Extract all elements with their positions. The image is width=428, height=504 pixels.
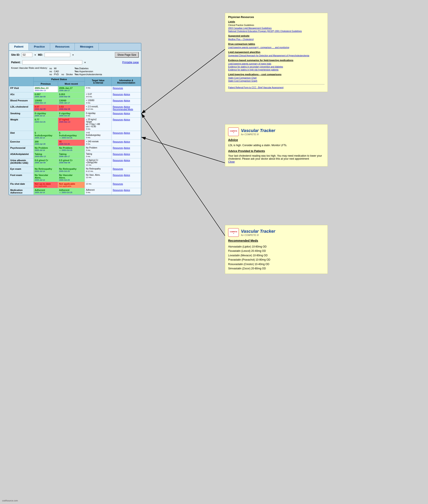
cell-medication-prev: Adherent 2005-Jul-14 bbox=[33, 188, 58, 195]
close-link[interactable]: Close bbox=[228, 160, 235, 163]
ldl-advice-link[interactable]: Advice bbox=[123, 106, 130, 108]
tab-practice[interactable]: Practice bbox=[29, 43, 50, 50]
tab-messages[interactable]: Messages bbox=[75, 43, 99, 50]
printable-page-link[interactable]: Printable page bbox=[122, 61, 139, 64]
site-id-input[interactable] bbox=[22, 53, 32, 57]
psychosocial-advice-link[interactable]: Advice bbox=[123, 147, 130, 149]
patient-input[interactable] bbox=[22, 60, 82, 65]
cell-psychosocial-target: No Problem3 mo. bbox=[85, 146, 112, 152]
medication-advice-link[interactable]: Advice bbox=[123, 189, 130, 191]
ldl-rec-meds-link[interactable]: Recommended Meds bbox=[113, 108, 133, 111]
site-id-row: Site ID: ▼ MD: ▼ Show Page Size bbox=[9, 51, 141, 59]
footer: cod4source.com bbox=[2, 499, 18, 502]
physician-referral-link[interactable]: Patient Referral Form to CCC - Brief Vas… bbox=[228, 86, 325, 89]
physician-lipids-title: Lipids bbox=[228, 20, 325, 23]
fp-resources-link[interactable]: Resources bbox=[113, 87, 123, 89]
cell-fp-prev: 2005-Dec-13 2005-Dec-13 bbox=[33, 86, 58, 92]
a1c-resources-link[interactable]: Resources bbox=[113, 93, 123, 96]
physician-hypertensive-link[interactable]: Evidence for statins in high risk hypert… bbox=[228, 68, 325, 71]
bp-advice-link[interactable]: Advice bbox=[123, 99, 130, 102]
physician-canadian-lipid-link[interactable]: 2003 Canadian Lipid Management Guideline… bbox=[228, 27, 325, 30]
cell-fp-recent: 2006-Jan-17 2006-Jan-17 bbox=[58, 86, 85, 92]
cell-a1c-prev: 0.057 2006-Jan-09 bbox=[33, 92, 58, 99]
cell-exercise-info: Resources Advice bbox=[112, 140, 141, 146]
cell-bp-target: < 130/803 mo. bbox=[85, 99, 112, 105]
row-label-exercise: Exercise bbox=[9, 140, 34, 146]
asa-resources-link[interactable]: Resources bbox=[113, 153, 123, 155]
cell-psychosocial-recent: No Problem ☺ 2005-Oct-25 bbox=[58, 146, 85, 152]
cell-smoking-info: Resources Advice bbox=[112, 111, 141, 118]
physician-cost-chart-link[interactable]: Statin Cost Comparison Chart bbox=[228, 76, 325, 80]
medication-resources-link[interactable]: Resources bbox=[113, 189, 123, 191]
table-row: Flu shot date Not up-to-date Not applica… bbox=[9, 182, 141, 188]
vascular-advice-panel: COMPETE ★ Vascular Tracker for COMPETE I… bbox=[225, 124, 328, 166]
foot-advice-link[interactable]: Advice bbox=[123, 174, 130, 176]
cell-eye-recent: No Retinopathy 2005-Oct-25 bbox=[58, 167, 85, 173]
smoking-resources-link[interactable]: Resources bbox=[113, 112, 123, 115]
cell-exercise-recent: 45 2005-Oct-25 bbox=[58, 140, 85, 146]
tab-resources[interactable]: Resources bbox=[50, 43, 75, 50]
physician-resources-title: Physician Resources bbox=[228, 16, 325, 19]
cell-flu-info: Resources bbox=[112, 182, 141, 188]
table-row: Foot exam No VascularAbns. 2005-Jul-14 N… bbox=[9, 173, 141, 182]
cell-exercise-target: > 240 min/wk3 mo. bbox=[85, 140, 112, 146]
row-label-medication: MedicationAdherence bbox=[9, 188, 34, 195]
tab-patient[interactable]: Patient bbox=[9, 43, 29, 50]
row-label-smoking: Smoking bbox=[9, 111, 34, 118]
rec-meds-list: Atorvastatin (Lipitor) 10-80mg OD Fluvas… bbox=[228, 245, 325, 271]
cell-diet-recent: 5fruits&vegs/day ☺ 2005-Oct-25 bbox=[58, 131, 85, 140]
ldl-resources-link[interactable]: Resources bbox=[113, 106, 123, 108]
weight-resources-link[interactable]: Resources bbox=[113, 118, 123, 121]
physician-lipid-lowering-link[interactable]: Lipid-lowering agents summary) - compari… bbox=[228, 46, 325, 49]
row-label-fp-visit: FP Visit bbox=[9, 86, 34, 92]
cell-a1c-target: < 0.073-6 mo. bbox=[85, 92, 112, 99]
physician-algorithm-title: Lipid management algorithm bbox=[228, 51, 325, 53]
cell-asa-info: Resources Advice bbox=[112, 152, 141, 158]
table-row: Weight 0.77 2005-Oct-25 27 kg/m2 2005-De… bbox=[9, 118, 141, 131]
physician-cost-title: Lipid-lowering medications – cost compar… bbox=[228, 73, 325, 76]
foot-resources-link[interactable]: Resources bbox=[113, 174, 123, 176]
bp-resources-link[interactable]: Resources bbox=[113, 99, 123, 102]
show-page-size-button[interactable]: Show Page Size bbox=[115, 52, 139, 58]
flu-resources-link[interactable]: Resources bbox=[113, 183, 123, 185]
cell-bp-info: Resources Advice bbox=[112, 99, 141, 105]
col-header-target: Target Value& Interval bbox=[85, 77, 112, 86]
md-input[interactable] bbox=[45, 53, 70, 57]
eye-resources-link[interactable]: Resources bbox=[113, 168, 123, 170]
row-label-flu: Flu shot date bbox=[9, 182, 34, 188]
rec-meds-compete-logo: COMPETE ★ bbox=[228, 228, 239, 237]
row-label-asa: ASA/Antiplatelet bbox=[9, 152, 34, 158]
physician-ncep-link[interactable]: National Cholesterol Education Program (… bbox=[228, 30, 325, 33]
vascular-header: COMPETE ★ Vascular Tracker for COMPETE I… bbox=[228, 127, 325, 136]
col-subheader-recent: Most recent bbox=[58, 82, 85, 86]
table-row: Diet 5fruits&vegs/day 2005-Jul-14 5fruit… bbox=[9, 131, 141, 140]
table-row: Eye exam No Retinopathy 2005-Jul-14 No R… bbox=[9, 167, 141, 173]
physician-medline-link[interactable]: Medline Plus – Cholesterol bbox=[228, 38, 325, 41]
physician-trials-link[interactable]: Lipid-lowering agents summary of major t… bbox=[228, 62, 325, 65]
cell-flu-target: 12 mo. bbox=[85, 182, 112, 188]
urine-advice-link[interactable]: Advice bbox=[123, 159, 130, 162]
smoking-advice-link[interactable]: Advice bbox=[123, 112, 130, 115]
cell-weight-prev: 0.77 2005-Oct-25 bbox=[33, 118, 58, 131]
rec-meds-vascular-header: COMPETE ★ Vascular Tracker for COMPETE I… bbox=[228, 228, 325, 237]
diet-advice-link[interactable]: Advice bbox=[123, 132, 130, 134]
diet-resources-link[interactable]: Resources bbox=[113, 132, 123, 134]
exercise-advice-link[interactable]: Advice bbox=[123, 140, 130, 143]
psychosocial-resources-link[interactable]: Resources bbox=[113, 147, 123, 149]
asa-advice-link[interactable]: Advice bbox=[123, 153, 130, 155]
row-label-bp: Blood Pressure bbox=[9, 99, 34, 105]
urine-resources-link[interactable]: Resources bbox=[113, 159, 123, 162]
cell-ldl-recent: 3.53 2006-Mar-08 bbox=[58, 105, 85, 111]
physician-cost-graph-link[interactable]: Statin Cost Comparison Graph bbox=[228, 80, 325, 83]
row-label-urine: Urine albumin(ACR/24hr UAE) bbox=[9, 158, 34, 167]
cell-asa-prev: Taking 2005-Dec-13 bbox=[33, 152, 58, 158]
cell-bp-recent: 130/60 2006-Jan-17 bbox=[58, 99, 85, 105]
cell-asa-recent: Taking 2006-Jan-17 bbox=[58, 152, 85, 158]
physician-algorithm-link[interactable]: Suggested Clinical Approach for Detectio… bbox=[228, 54, 325, 57]
weight-advice-link[interactable]: Advice bbox=[123, 118, 130, 121]
exercise-resources-link[interactable]: Resources bbox=[113, 140, 123, 143]
cell-a1c-info: Resources Advice bbox=[112, 92, 141, 99]
cell-fp-info: Resources bbox=[112, 86, 141, 92]
physician-secondary-link[interactable]: Evidence for statins in secondary preven… bbox=[228, 65, 325, 68]
a1c-advice-link[interactable]: Advice bbox=[123, 93, 130, 96]
